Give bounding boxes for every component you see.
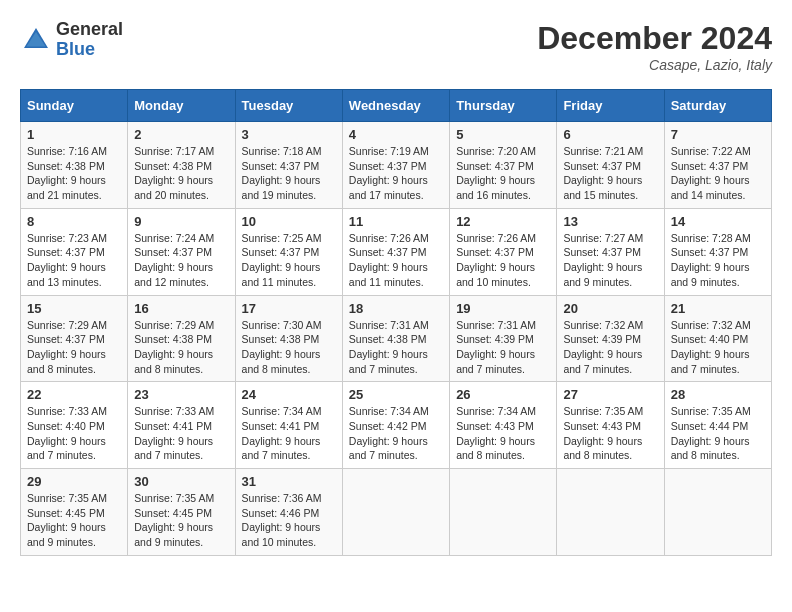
day-number: 29: [27, 474, 121, 489]
day-info: Sunrise: 7:35 AMSunset: 4:43 PMDaylight:…: [563, 404, 657, 463]
day-info: Sunrise: 7:29 AMSunset: 4:37 PMDaylight:…: [27, 318, 121, 377]
calendar-cell: 9Sunrise: 7:24 AMSunset: 4:37 PMDaylight…: [128, 208, 235, 295]
calendar-cell: [664, 469, 771, 556]
calendar-cell: 1Sunrise: 7:16 AMSunset: 4:38 PMDaylight…: [21, 122, 128, 209]
page-header: General Blue December 2024 Casape, Lazio…: [20, 20, 772, 73]
day-number: 30: [134, 474, 228, 489]
day-info: Sunrise: 7:27 AMSunset: 4:37 PMDaylight:…: [563, 231, 657, 290]
calendar-cell: 17Sunrise: 7:30 AMSunset: 4:38 PMDayligh…: [235, 295, 342, 382]
calendar-cell: 5Sunrise: 7:20 AMSunset: 4:37 PMDaylight…: [450, 122, 557, 209]
calendar-table: SundayMondayTuesdayWednesdayThursdayFrid…: [20, 89, 772, 556]
calendar-cell: 11Sunrise: 7:26 AMSunset: 4:37 PMDayligh…: [342, 208, 449, 295]
day-number: 22: [27, 387, 121, 402]
day-number: 21: [671, 301, 765, 316]
calendar-cell: 25Sunrise: 7:34 AMSunset: 4:42 PMDayligh…: [342, 382, 449, 469]
day-number: 10: [242, 214, 336, 229]
day-info: Sunrise: 7:34 AMSunset: 4:43 PMDaylight:…: [456, 404, 550, 463]
calendar-week-row: 15Sunrise: 7:29 AMSunset: 4:37 PMDayligh…: [21, 295, 772, 382]
day-info: Sunrise: 7:18 AMSunset: 4:37 PMDaylight:…: [242, 144, 336, 203]
day-info: Sunrise: 7:35 AMSunset: 4:45 PMDaylight:…: [134, 491, 228, 550]
day-number: 13: [563, 214, 657, 229]
logo: General Blue: [20, 20, 123, 60]
day-info: Sunrise: 7:24 AMSunset: 4:37 PMDaylight:…: [134, 231, 228, 290]
day-info: Sunrise: 7:31 AMSunset: 4:38 PMDaylight:…: [349, 318, 443, 377]
calendar-cell: 3Sunrise: 7:18 AMSunset: 4:37 PMDaylight…: [235, 122, 342, 209]
weekday-header-friday: Friday: [557, 90, 664, 122]
calendar-cell: 12Sunrise: 7:26 AMSunset: 4:37 PMDayligh…: [450, 208, 557, 295]
day-number: 24: [242, 387, 336, 402]
day-number: 23: [134, 387, 228, 402]
calendar-cell: [342, 469, 449, 556]
day-info: Sunrise: 7:32 AMSunset: 4:40 PMDaylight:…: [671, 318, 765, 377]
day-info: Sunrise: 7:23 AMSunset: 4:37 PMDaylight:…: [27, 231, 121, 290]
day-info: Sunrise: 7:17 AMSunset: 4:38 PMDaylight:…: [134, 144, 228, 203]
calendar-cell: 21Sunrise: 7:32 AMSunset: 4:40 PMDayligh…: [664, 295, 771, 382]
calendar-cell: 15Sunrise: 7:29 AMSunset: 4:37 PMDayligh…: [21, 295, 128, 382]
calendar-cell: 22Sunrise: 7:33 AMSunset: 4:40 PMDayligh…: [21, 382, 128, 469]
weekday-header-monday: Monday: [128, 90, 235, 122]
day-info: Sunrise: 7:22 AMSunset: 4:37 PMDaylight:…: [671, 144, 765, 203]
day-number: 3: [242, 127, 336, 142]
calendar-cell: [557, 469, 664, 556]
day-number: 7: [671, 127, 765, 142]
day-number: 31: [242, 474, 336, 489]
calendar-cell: 4Sunrise: 7:19 AMSunset: 4:37 PMDaylight…: [342, 122, 449, 209]
day-number: 8: [27, 214, 121, 229]
calendar-cell: 28Sunrise: 7:35 AMSunset: 4:44 PMDayligh…: [664, 382, 771, 469]
month-title: December 2024: [537, 20, 772, 57]
calendar-cell: 6Sunrise: 7:21 AMSunset: 4:37 PMDaylight…: [557, 122, 664, 209]
day-info: Sunrise: 7:30 AMSunset: 4:38 PMDaylight:…: [242, 318, 336, 377]
calendar-header-row: SundayMondayTuesdayWednesdayThursdayFrid…: [21, 90, 772, 122]
weekday-header-sunday: Sunday: [21, 90, 128, 122]
calendar-cell: 26Sunrise: 7:34 AMSunset: 4:43 PMDayligh…: [450, 382, 557, 469]
day-info: Sunrise: 7:21 AMSunset: 4:37 PMDaylight:…: [563, 144, 657, 203]
logo-blue-text: Blue: [56, 40, 123, 60]
calendar-cell: 30Sunrise: 7:35 AMSunset: 4:45 PMDayligh…: [128, 469, 235, 556]
day-info: Sunrise: 7:29 AMSunset: 4:38 PMDaylight:…: [134, 318, 228, 377]
calendar-cell: 10Sunrise: 7:25 AMSunset: 4:37 PMDayligh…: [235, 208, 342, 295]
day-number: 28: [671, 387, 765, 402]
weekday-header-saturday: Saturday: [664, 90, 771, 122]
day-info: Sunrise: 7:19 AMSunset: 4:37 PMDaylight:…: [349, 144, 443, 203]
day-info: Sunrise: 7:33 AMSunset: 4:41 PMDaylight:…: [134, 404, 228, 463]
weekday-header-tuesday: Tuesday: [235, 90, 342, 122]
day-number: 9: [134, 214, 228, 229]
day-info: Sunrise: 7:25 AMSunset: 4:37 PMDaylight:…: [242, 231, 336, 290]
day-number: 14: [671, 214, 765, 229]
calendar-cell: 7Sunrise: 7:22 AMSunset: 4:37 PMDaylight…: [664, 122, 771, 209]
calendar-cell: 8Sunrise: 7:23 AMSunset: 4:37 PMDaylight…: [21, 208, 128, 295]
day-info: Sunrise: 7:16 AMSunset: 4:38 PMDaylight:…: [27, 144, 121, 203]
day-number: 1: [27, 127, 121, 142]
calendar-cell: [450, 469, 557, 556]
calendar-cell: 23Sunrise: 7:33 AMSunset: 4:41 PMDayligh…: [128, 382, 235, 469]
calendar-cell: 29Sunrise: 7:35 AMSunset: 4:45 PMDayligh…: [21, 469, 128, 556]
calendar-cell: 13Sunrise: 7:27 AMSunset: 4:37 PMDayligh…: [557, 208, 664, 295]
calendar-cell: 2Sunrise: 7:17 AMSunset: 4:38 PMDaylight…: [128, 122, 235, 209]
weekday-header-thursday: Thursday: [450, 90, 557, 122]
day-number: 11: [349, 214, 443, 229]
day-info: Sunrise: 7:35 AMSunset: 4:44 PMDaylight:…: [671, 404, 765, 463]
logo-general-text: General: [56, 20, 123, 40]
day-info: Sunrise: 7:28 AMSunset: 4:37 PMDaylight:…: [671, 231, 765, 290]
title-block: December 2024 Casape, Lazio, Italy: [537, 20, 772, 73]
day-number: 2: [134, 127, 228, 142]
logo-icon: [20, 24, 52, 56]
day-info: Sunrise: 7:20 AMSunset: 4:37 PMDaylight:…: [456, 144, 550, 203]
day-info: Sunrise: 7:31 AMSunset: 4:39 PMDaylight:…: [456, 318, 550, 377]
day-number: 18: [349, 301, 443, 316]
day-number: 5: [456, 127, 550, 142]
calendar-week-row: 29Sunrise: 7:35 AMSunset: 4:45 PMDayligh…: [21, 469, 772, 556]
day-number: 17: [242, 301, 336, 316]
day-number: 15: [27, 301, 121, 316]
day-number: 4: [349, 127, 443, 142]
day-info: Sunrise: 7:32 AMSunset: 4:39 PMDaylight:…: [563, 318, 657, 377]
calendar-week-row: 1Sunrise: 7:16 AMSunset: 4:38 PMDaylight…: [21, 122, 772, 209]
weekday-header-wednesday: Wednesday: [342, 90, 449, 122]
day-number: 12: [456, 214, 550, 229]
calendar-cell: 14Sunrise: 7:28 AMSunset: 4:37 PMDayligh…: [664, 208, 771, 295]
day-info: Sunrise: 7:26 AMSunset: 4:37 PMDaylight:…: [349, 231, 443, 290]
day-number: 20: [563, 301, 657, 316]
day-info: Sunrise: 7:36 AMSunset: 4:46 PMDaylight:…: [242, 491, 336, 550]
day-number: 19: [456, 301, 550, 316]
calendar-cell: 19Sunrise: 7:31 AMSunset: 4:39 PMDayligh…: [450, 295, 557, 382]
